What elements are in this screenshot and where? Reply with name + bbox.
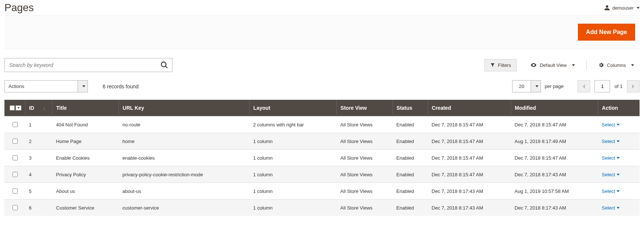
cell-url-key: enable-cookies [119,150,250,166]
cell-created: Dec 7, 2018 8:15:47 AM [428,133,511,150]
cell-id: 5 [25,183,52,200]
cell-url-key: home [119,133,250,150]
col-header-url-key[interactable]: URL Key [119,100,250,116]
search-input[interactable] [5,62,157,68]
col-header-store-view[interactable]: Store View [337,100,393,116]
col-header-id[interactable]: ID↓ [25,100,52,116]
caret-down-icon [637,7,640,9]
cell-layout: 2 columns with right bar [250,116,337,133]
col-header-status[interactable]: Status [393,100,428,116]
search-icon [160,61,168,69]
col-header-created[interactable]: Created [428,100,511,116]
caret-down-icon [82,85,85,87]
user-menu[interactable]: demouser [604,5,640,11]
chevron-right-icon [631,84,635,89]
records-found: 6 records found [103,84,138,89]
select-all-checkbox[interactable] [10,105,15,110]
select-all-options[interactable] [16,105,21,110]
eye-icon [530,62,537,68]
per-page-label: per page [545,84,564,89]
filters-button[interactable]: Filters [484,59,517,71]
per-page-dropdown[interactable]: 20 [512,80,541,92]
row-checkbox[interactable] [13,122,18,127]
row-checkbox[interactable] [13,155,18,160]
per-page-toggle[interactable] [531,80,541,92]
row-action-select[interactable]: Select [602,139,620,144]
table-row[interactable]: 3Enable Cookiesenable-cookies1 columnAll… [4,150,640,166]
cell-status: Enabled [393,166,428,183]
cell-id: 3 [25,150,52,166]
cell-modified: Dec 7, 2018 8:17:43 AM [511,166,598,183]
bulk-actions-toggle[interactable] [78,80,88,92]
cell-url-key: about-us [119,183,250,200]
cell-created: Dec 7, 2018 8:17:43 AM [428,183,511,200]
col-header-layout[interactable]: Layout [250,100,337,116]
pages-grid: ID↓ Title URL Key Layout Store View Stat… [4,100,640,216]
bulk-actions-dropdown[interactable]: Actions [4,80,88,92]
row-action-select[interactable]: Select [602,122,620,127]
cell-url-key: customer-service [119,200,250,216]
cell-title: About us [52,183,119,200]
cell-layout: 1 column [250,183,337,200]
cell-url-key: privacy-policy-cookie-restriction-mode [119,166,250,183]
row-checkbox[interactable] [13,139,18,144]
cell-title: Customer Service [52,200,119,216]
search-button[interactable] [157,58,172,72]
row-checkbox[interactable] [13,188,18,194]
current-page-input[interactable] [595,80,610,92]
row-action-select[interactable]: Select [602,188,620,194]
cell-store-view: All Store Views [337,133,393,150]
cell-store-view: All Store Views [337,200,393,216]
next-page-button[interactable] [627,80,640,92]
columns-label: Columns [607,62,626,68]
default-view-button[interactable]: Default View [525,58,580,72]
cell-modified: Aug 1, 2019 10:57:58 AM [511,183,598,200]
svg-point-0 [161,62,166,67]
funnel-icon [490,62,495,68]
cell-modified: Aug 1, 2019 8:17:49 AM [511,133,598,150]
per-page-value: 20 [512,80,531,92]
cell-title: Enable Cookies [52,150,119,166]
row-checkbox[interactable] [13,205,18,210]
col-header-title[interactable]: Title [52,100,119,116]
cell-layout: 1 column [250,150,337,166]
page-total-label: of 1 [614,84,623,89]
caret-down-icon [617,140,620,142]
columns-button[interactable]: Columns [593,59,640,71]
col-header-modified[interactable]: Modified [511,100,598,116]
table-row[interactable]: 1404 Not Foundno-route2 columns with rig… [4,116,640,133]
cell-layout: 1 column [250,200,337,216]
table-row[interactable]: 4Privacy Policyprivacy-policy-cookie-res… [4,166,640,183]
cell-id: 6 [25,200,52,216]
caret-down-icon [617,174,620,176]
search-box[interactable] [4,58,172,72]
cell-store-view: All Store Views [337,166,393,183]
svg-line-1 [165,66,168,68]
col-header-action: Action [598,100,640,116]
bulk-actions-label: Actions [4,80,78,92]
caret-down-icon [617,157,620,159]
default-view-label: Default View [540,62,567,68]
cell-id: 4 [25,166,52,183]
row-action-select[interactable]: Select [602,172,620,177]
caret-down-icon [535,85,538,87]
prev-page-button[interactable] [578,80,590,92]
table-row[interactable]: 5About usabout-us1 columnAll Store Views… [4,183,640,200]
page-title: Pages [4,2,34,14]
row-checkbox[interactable] [13,172,18,177]
cell-created: Dec 7, 2018 8:15:47 AM [428,116,511,133]
table-row[interactable]: 6Customer Servicecustomer-service1 colum… [4,200,640,216]
row-action-select[interactable]: Select [602,205,620,211]
sort-down-icon: ↓ [43,105,46,111]
cell-title: Home Page [52,133,119,150]
user-icon [604,5,610,11]
cell-created: Dec 7, 2018 8:17:43 AM [428,200,511,216]
add-new-page-button[interactable]: Add New Page [578,24,635,41]
user-name: demouser [612,5,634,11]
caret-down-icon [617,190,620,192]
cell-id: 1 [25,116,52,133]
cell-status: Enabled [393,150,428,166]
cell-status: Enabled [393,183,428,200]
table-row[interactable]: 2Home Pagehome1 columnAll Store ViewsEna… [4,133,640,150]
row-action-select[interactable]: Select [602,155,620,161]
